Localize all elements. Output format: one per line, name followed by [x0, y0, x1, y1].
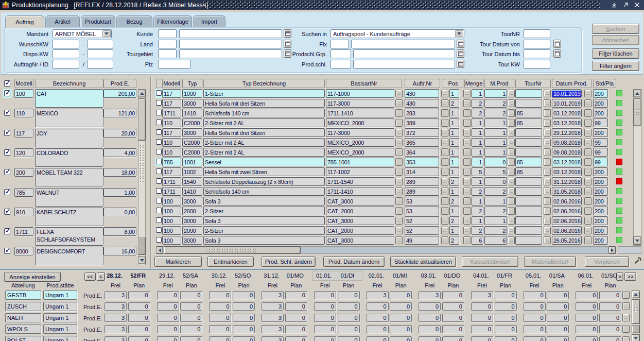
- cell-mprod[interactable]: 2: [484, 187, 507, 196]
- row-lov-button[interactable]: ...: [544, 236, 551, 244]
- schedule-row-lov-button[interactable]: ...: [622, 336, 630, 341]
- cell-typ[interactable]: 1540: [182, 177, 202, 186]
- cell-datum[interactable]: 02.06.2016: [552, 207, 582, 215]
- cell-modell[interactable]: 117: [162, 167, 181, 176]
- row-lov-button[interactable]: ...: [441, 207, 448, 215]
- row-lov-button[interactable]: ...: [441, 90, 448, 97]
- cell-auftrnr[interactable]: 53: [405, 207, 439, 215]
- cell-datum[interactable]: 29.12.2018: [552, 128, 582, 137]
- left-cell-bezeichnung[interactable]: MEXICO: [35, 109, 103, 127]
- right-row-checkbox[interactable]: [156, 149, 162, 155]
- suchenin-select[interactable]: Auftragspool - Kundenaufträge: [330, 29, 464, 38]
- row-lov-button[interactable]: ...: [508, 207, 515, 215]
- cell-pos[interactable]: 1: [449, 207, 459, 215]
- schedule-plan-cell[interactable]: 0: [180, 336, 202, 341]
- fix-lov-button[interactable]: [457, 40, 464, 48]
- cell-std[interactable]: 200: [593, 89, 608, 98]
- cell-menge[interactable]: 2: [472, 187, 483, 196]
- schedule-plan-cell[interactable]: 0: [599, 291, 621, 299]
- cell-std[interactable]: 200: [593, 197, 608, 206]
- schedule-plan-cell[interactable]: 0: [128, 314, 150, 322]
- cell-typ[interactable]: 3000: [182, 197, 202, 206]
- tab-artikel[interactable]: Artikel: [45, 15, 80, 27]
- row-lov-button[interactable]: ...: [395, 148, 403, 156]
- right-row-checkbox[interactable]: [156, 198, 162, 203]
- cell-datum[interactable]: 03.12.2018: [552, 158, 582, 166]
- cell-typbez[interactable]: 2-Sitzer: [203, 226, 325, 235]
- schedule-frei-cell[interactable]: 0: [576, 314, 598, 322]
- schedule-frei-cell[interactable]: 0: [314, 336, 336, 341]
- cell-typbez[interactable]: 1-Sitzer: [203, 89, 325, 98]
- prodschl-lov-button[interactable]: [457, 60, 464, 68]
- right-row-checkbox[interactable]: [156, 159, 162, 164]
- minimize-icon[interactable]: [611, 1, 618, 9]
- cell-std[interactable]: 200: [593, 207, 608, 215]
- cell-typ[interactable]: 1002: [182, 167, 202, 176]
- cell-mprod[interactable]: 2: [484, 207, 507, 215]
- schedule-abteilung-cell[interactable]: GESTB: [5, 291, 41, 300]
- schedule-plan-cell[interactable]: 0: [442, 314, 464, 322]
- cell-basisart[interactable]: CAT_3000: [326, 236, 394, 245]
- cell-auftrnr[interactable]: 372: [405, 128, 439, 137]
- schedule-plan-cell[interactable]: 0: [390, 336, 412, 341]
- schedule-plan-cell[interactable]: 0: [599, 314, 621, 322]
- cell-mprod[interactable]: 1: [484, 118, 507, 127]
- schedule-plan-cell[interactable]: 0: [233, 291, 255, 299]
- row-lov-button[interactable]: ...: [544, 187, 551, 195]
- cell-modell[interactable]: 100: [162, 226, 181, 235]
- row-lov-button[interactable]: ...: [544, 99, 551, 107]
- prodschl-name-input[interactable]: [353, 60, 455, 69]
- cell-pos[interactable]: 1: [449, 89, 459, 98]
- schedule-scrollbar-down-button[interactable]: [632, 334, 640, 341]
- row-lov-button[interactable]: ...: [544, 217, 551, 225]
- schedule-plan-cell[interactable]: 0: [128, 291, 150, 299]
- cell-pos[interactable]: 2: [449, 99, 459, 108]
- cell-mprod[interactable]: 1: [484, 148, 507, 157]
- right-row-checkbox[interactable]: [156, 178, 162, 184]
- cell-basisart[interactable]: 117-3000: [326, 99, 394, 108]
- cell-typbez[interactable]: Sofa 3: [203, 236, 325, 245]
- cell-tournr[interactable]: [515, 89, 542, 98]
- cell-modell[interactable]: 117: [162, 128, 181, 137]
- cell-pos[interactable]: 2: [449, 197, 459, 206]
- left-row-checkbox[interactable]: [4, 209, 10, 215]
- cell-basisart[interactable]: MEXICO_2000: [326, 138, 394, 147]
- tab-import[interactable]: Import: [193, 15, 225, 27]
- row-lov-button[interactable]: ...: [508, 99, 515, 107]
- cell-modell[interactable]: 100: [162, 197, 181, 206]
- restore-icon[interactable]: [622, 1, 630, 9]
- row-lov-button[interactable]: ...: [544, 129, 551, 137]
- prodschl-nr-input[interactable]: [330, 60, 351, 69]
- cell-menge[interactable]: 2: [472, 226, 483, 235]
- cell-tournr[interactable]: [515, 99, 542, 108]
- schedule-frei-cell[interactable]: 0: [419, 336, 441, 341]
- cell-mprod[interactable]: 6: [484, 236, 507, 245]
- cell-tournr[interactable]: [515, 138, 542, 147]
- schedule-frei-cell[interactable]: 0: [209, 291, 231, 299]
- cell-pos[interactable]: 2: [449, 216, 459, 225]
- wunschkw-from-input[interactable]: [53, 40, 79, 48]
- schedule-frei-cell[interactable]: 0: [209, 314, 231, 322]
- row-lov-button[interactable]: ...: [441, 119, 448, 127]
- schedule-plan-cell[interactable]: 0: [547, 314, 569, 322]
- row-lov-button[interactable]: ...: [544, 119, 551, 127]
- cell-basisart[interactable]: 117-3000: [326, 128, 394, 137]
- action-button-st-ckliste-aktualisieren[interactable]: Stückliste aktualisieren: [390, 257, 456, 267]
- row-lov-button[interactable]: ...: [544, 168, 551, 176]
- schedule-plan-cell[interactable]: 0: [233, 325, 255, 333]
- schedule-plan-cell[interactable]: 0: [285, 336, 307, 341]
- row-lov-button[interactable]: ...: [508, 197, 515, 205]
- row-lov-button[interactable]: ...: [508, 119, 515, 127]
- cell-typbez[interactable]: Hella Sofa mit drei Sitzen: [203, 99, 325, 108]
- schedule-plan-cell[interactable]: 0: [233, 302, 255, 311]
- cell-tournr[interactable]: [515, 197, 542, 206]
- schedule-plan-cell[interactable]: 0: [180, 314, 202, 322]
- schedule-plan-cell[interactable]: 0: [180, 325, 202, 333]
- cell-auftrnr[interactable]: 389: [405, 118, 439, 127]
- schedule-row-lov-button[interactable]: ...: [622, 314, 630, 321]
- schedule-frei-cell[interactable]: 0: [524, 314, 546, 322]
- cell-datum[interactable]: 31.12.2018: [552, 177, 582, 186]
- cell-std[interactable]: 99: [593, 118, 608, 127]
- schedule-abteilung-cell[interactable]: WPOLS: [5, 325, 41, 334]
- cell-basisart[interactable]: CAT_2000: [326, 226, 394, 235]
